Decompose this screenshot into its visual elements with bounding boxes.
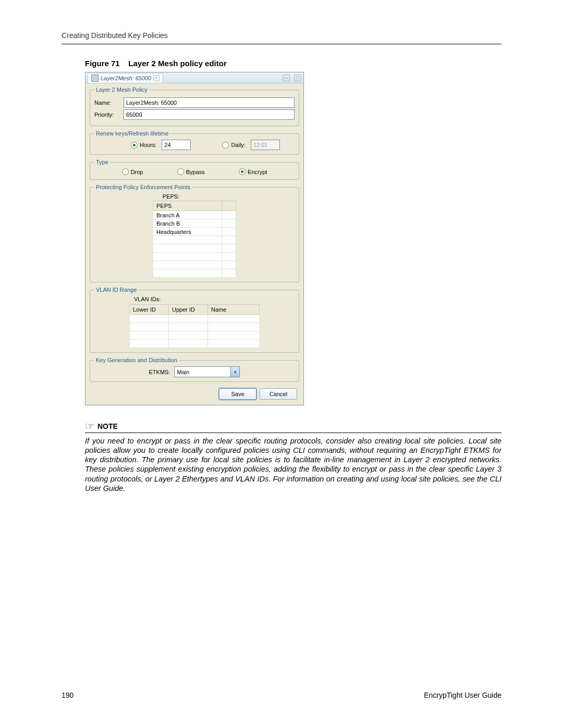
guide-name: EncrypTight User Guide (424, 691, 501, 699)
etkms-label: ETKMS: (149, 369, 170, 375)
priority-label: Priority: (94, 112, 119, 118)
daily-input (251, 140, 280, 150)
layer2-mesh-policy-group: Layer 2 Mesh Policy Name: Priority: (90, 87, 299, 126)
table-row (153, 253, 236, 261)
vlan-col-name[interactable]: Name (208, 305, 260, 315)
policy-editor-window: Layer2Mesh: 65000 × — □ Layer 2 Mesh Pol… (85, 72, 304, 405)
vlan-col-lower[interactable]: Lower ID (130, 305, 169, 315)
cancel-button[interactable]: Cancel (260, 388, 297, 400)
type-encrypt-label: Encrypt (248, 169, 267, 175)
editor-tab[interactable]: Layer2Mesh: 65000 × (88, 73, 163, 83)
type-drop-option[interactable]: Drop (122, 168, 143, 175)
maximize-icon[interactable]: □ (294, 75, 301, 81)
table-row: Headquarters (153, 228, 236, 236)
pointing-hand-icon: ☞ (85, 421, 94, 431)
page-section-header: Creating Distributed Key Policies (62, 31, 501, 44)
editor-titlebar: Layer2Mesh: 65000 × — □ (85, 72, 303, 83)
vlan-group: VLAN ID Range VLAN IDs: Lower ID Upper I… (90, 287, 299, 353)
group-legend: Layer 2 Mesh Policy (94, 87, 149, 93)
keygen-group: Key Generation and Distribution ETKMS: M… (90, 357, 299, 382)
table-row: Branch A (153, 211, 236, 219)
table-row (153, 236, 236, 244)
radio-icon (177, 168, 184, 175)
vlan-label: VLAN IDs: (134, 296, 295, 302)
radio-icon (122, 168, 129, 175)
figure-caption: Figure 71 Layer 2 Mesh policy editor (85, 59, 501, 68)
table-row (130, 315, 260, 323)
table-row (153, 261, 236, 269)
radio-selected-icon (239, 168, 246, 175)
table-row (130, 340, 260, 348)
peps-table[interactable]: PEPS Branch A Branch B Headquarters (153, 201, 236, 278)
radio-selected-icon (131, 142, 138, 149)
peps-cell[interactable]: Branch B (153, 219, 222, 228)
group-legend: VLAN ID Range (94, 287, 138, 293)
note-body: If you need to encrypt or pass in the cl… (85, 436, 501, 493)
name-label: Name: (94, 100, 119, 106)
peps-label: PEPS: (163, 193, 179, 200)
table-row (130, 331, 260, 340)
peps-group: Protecting Policy Enforcement Points PEP… (90, 184, 299, 282)
table-row (130, 323, 260, 331)
group-legend: Key Generation and Distribution (94, 357, 179, 363)
vlan-col-upper[interactable]: Upper ID (169, 305, 208, 315)
type-group: Type Drop Bypass Encrypt (90, 159, 299, 180)
close-tab-icon[interactable]: × (153, 75, 160, 81)
type-encrypt-option[interactable]: Encrypt (239, 168, 267, 175)
group-legend: Renew keys/Refresh lifetime (94, 130, 170, 137)
etkms-value: Main (177, 369, 189, 375)
renew-keys-group: Renew keys/Refresh lifetime Hours: Daily… (90, 130, 299, 155)
peps-col-spacer (222, 201, 236, 211)
type-drop-label: Drop (131, 169, 143, 175)
group-legend: Type (94, 159, 110, 165)
note-heading: NOTE (97, 422, 118, 430)
hours-label: Hours: (140, 142, 156, 148)
type-bypass-label: Bypass (186, 169, 205, 175)
page-number: 190 (62, 691, 74, 699)
name-input[interactable] (124, 97, 295, 108)
hours-option[interactable]: Hours: (131, 142, 156, 149)
peps-col-header[interactable]: PEPS (153, 201, 222, 211)
minimize-icon[interactable]: — (283, 75, 290, 81)
etkms-select[interactable]: Main ▾ (174, 366, 240, 377)
peps-cell[interactable]: Branch A (153, 211, 222, 219)
vlan-table[interactable]: Lower ID Upper ID Name (129, 304, 260, 348)
window-controls: — □ (283, 75, 301, 81)
table-row: Branch B (153, 219, 236, 228)
hours-input[interactable] (162, 140, 191, 150)
save-button[interactable]: Save (219, 388, 256, 400)
note-heading-row: ☞ NOTE (85, 421, 501, 433)
daily-option[interactable]: Daily: (222, 142, 246, 149)
chevron-down-icon: ▾ (230, 367, 239, 377)
daily-label: Daily: (231, 142, 246, 148)
policy-icon (91, 75, 99, 82)
radio-icon (222, 142, 229, 149)
table-row (153, 269, 236, 278)
type-bypass-option[interactable]: Bypass (177, 168, 205, 175)
figure-title-text: Layer 2 Mesh policy editor (128, 59, 226, 68)
priority-input[interactable] (124, 109, 295, 120)
group-legend: Protecting Policy Enforcement Points (94, 184, 192, 190)
peps-cell[interactable]: Headquarters (153, 228, 222, 236)
table-row (153, 244, 236, 253)
tab-title: Layer2Mesh: 65000 (101, 75, 151, 81)
figure-label: Figure 71 (85, 59, 120, 68)
